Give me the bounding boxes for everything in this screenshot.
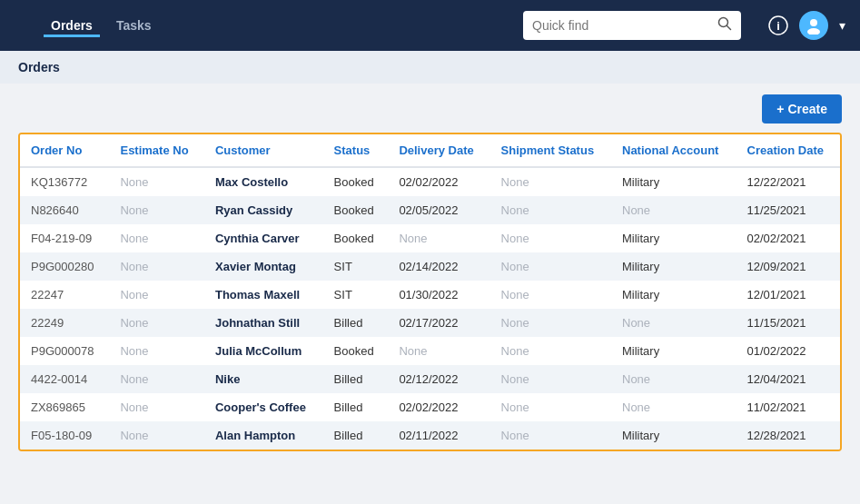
search-input[interactable] [532, 18, 710, 33]
table-cell: 12/28/2021 [736, 421, 841, 450]
search-bar[interactable] [523, 11, 741, 40]
table-cell: None [490, 281, 611, 309]
table-cell: None [490, 393, 611, 421]
table-cell: 02/14/2022 [388, 252, 489, 281]
table-cell: P9G000078 [20, 337, 109, 365]
table-row[interactable]: ZX869865NoneCooper's CoffeeBilled02/02/2… [20, 393, 840, 421]
chevron-down-icon[interactable]: ▾ [839, 18, 845, 33]
table-cell: 02/02/2022 [388, 167, 489, 196]
table-row[interactable]: 22247NoneThomas MaxellSIT01/30/2022NoneM… [20, 281, 840, 309]
col-creation-date: Creation Date [736, 134, 841, 167]
table-cell: 12/01/2021 [736, 281, 841, 309]
table-cell: None [490, 224, 611, 252]
table-cell: F04-219-09 [20, 224, 109, 252]
table-cell: KQ136772 [20, 167, 109, 196]
table-cell: Billed [323, 309, 389, 337]
table-cell: 11/25/2021 [736, 196, 841, 224]
table-cell: 01/02/2022 [736, 337, 841, 365]
col-delivery-date: Delivery Date [388, 134, 489, 167]
table-cell: Military [611, 167, 736, 196]
table-cell: None [109, 337, 204, 365]
col-order-no: Order No [20, 134, 109, 167]
table-cell: None [109, 309, 204, 337]
orders-table: Order No Estimate No Customer Status Del… [20, 134, 840, 450]
info-button[interactable]: i [768, 15, 788, 35]
table-cell: None [490, 196, 611, 224]
table-cell: None [490, 309, 611, 337]
table-cell: Julia McCollum [204, 337, 323, 365]
table-cell: Ryan Cassidy [204, 196, 323, 224]
table-cell: Booked [323, 167, 389, 196]
sub-header: Orders [0, 51, 860, 84]
svg-point-5 [807, 28, 820, 35]
table-row[interactable]: 4422-0014NoneNikeBilled02/12/2022NoneNon… [20, 365, 840, 393]
table-cell: 4422-0014 [20, 365, 109, 393]
table-cell: None [388, 224, 489, 252]
table-cell: 02/05/2022 [388, 196, 489, 224]
table-cell: None [109, 252, 204, 281]
table-cell: 12/04/2021 [736, 365, 841, 393]
main-content: + Create Order No Estimate No Customer S… [0, 84, 860, 462]
table-cell: None [611, 365, 736, 393]
table-cell: None [490, 337, 611, 365]
header: Orders Tasks i ▾ [0, 0, 860, 51]
table-row[interactable]: F05-180-09NoneAlan HamptonBilled02/11/20… [20, 421, 840, 450]
table-row[interactable]: F04-219-09NoneCynthia CarverBookedNoneNo… [20, 224, 840, 252]
table-row[interactable]: N826640NoneRyan CassidyBooked02/05/2022N… [20, 196, 840, 224]
table-cell: Johnathan Still [204, 309, 323, 337]
nav: Orders Tasks [44, 15, 159, 37]
table-cell: Cynthia Carver [204, 224, 323, 252]
table-cell: None [109, 393, 204, 421]
table-cell: None [109, 281, 204, 309]
avatar[interactable] [799, 11, 828, 40]
table-cell: Max Costello [204, 167, 323, 196]
table-cell: Billed [323, 421, 389, 450]
table-cell: 02/02/2022 [388, 393, 489, 421]
table-cell: ZX869865 [20, 393, 109, 421]
table-row[interactable]: P9G000280NoneXavier MontagSIT02/14/2022N… [20, 252, 840, 281]
header-icons: i ▾ [768, 11, 845, 40]
create-button[interactable]: + Create [762, 94, 842, 124]
search-icon [717, 16, 732, 35]
nav-orders[interactable]: Orders [44, 15, 100, 37]
table-cell: None [490, 252, 611, 281]
table-cell: Xavier Montag [204, 252, 323, 281]
table-cell: 11/02/2021 [736, 393, 841, 421]
table-cell: None [490, 167, 611, 196]
table-cell: Billed [323, 393, 389, 421]
svg-line-1 [727, 26, 731, 30]
table-cell: None [109, 167, 204, 196]
table-cell: None [109, 365, 204, 393]
table-row[interactable]: P9G000078NoneJulia McCollumBookedNoneNon… [20, 337, 840, 365]
table-cell: None [109, 196, 204, 224]
table-cell: None [388, 337, 489, 365]
table-cell: 11/15/2021 [736, 309, 841, 337]
table-cell: Billed [323, 365, 389, 393]
toolbar: + Create [18, 94, 842, 124]
table-cell: Booked [323, 224, 389, 252]
table-cell: P9G000280 [20, 252, 109, 281]
table-cell: Nike [204, 365, 323, 393]
table-cell: Alan Hampton [204, 421, 323, 450]
table-row[interactable]: 22249NoneJohnathan StillBilled02/17/2022… [20, 309, 840, 337]
table-header: Order No Estimate No Customer Status Del… [20, 134, 840, 167]
table-cell: Military [611, 252, 736, 281]
table-cell: None [611, 196, 736, 224]
orders-table-wrapper: Order No Estimate No Customer Status Del… [18, 133, 842, 451]
page-title: Orders [18, 60, 60, 74]
nav-tasks[interactable]: Tasks [109, 15, 159, 36]
table-cell: SIT [323, 281, 389, 309]
svg-text:i: i [776, 19, 780, 33]
table-cell: F05-180-09 [20, 421, 109, 450]
table-cell: 02/11/2022 [388, 421, 489, 450]
table-cell: None [611, 393, 736, 421]
table-cell: Thomas Maxell [204, 281, 323, 309]
table-cell: 02/12/2022 [388, 365, 489, 393]
table-cell: None [611, 309, 736, 337]
table-cell: None [109, 224, 204, 252]
table-cell: 22249 [20, 309, 109, 337]
col-status: Status [323, 134, 389, 167]
table-row[interactable]: KQ136772NoneMax CostelloBooked02/02/2022… [20, 167, 840, 196]
table-cell: Booked [323, 196, 389, 224]
col-national-account: National Account [611, 134, 736, 167]
